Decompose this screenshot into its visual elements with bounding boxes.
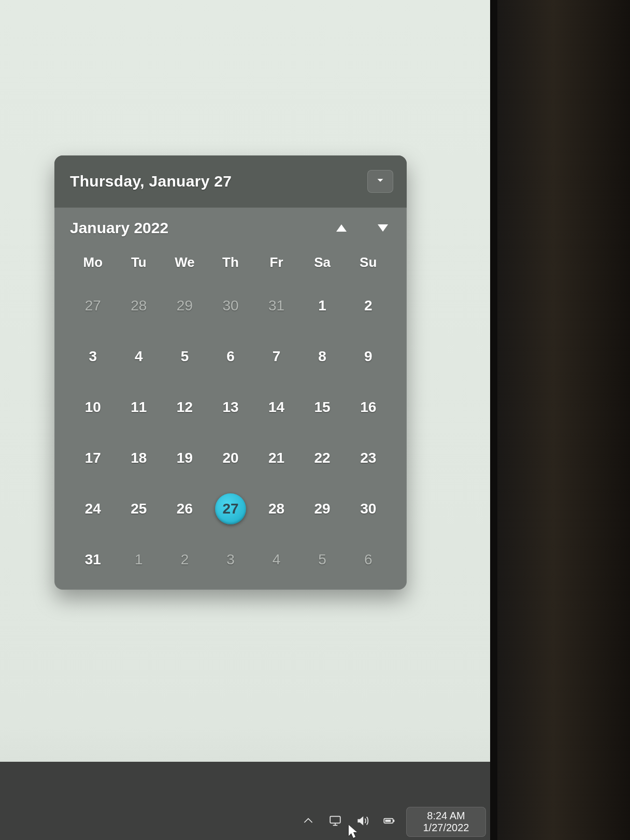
svg-rect-4 [393, 820, 394, 822]
calendar-day[interactable]: 13 [208, 392, 254, 423]
calendar-day[interactable]: 31 [253, 290, 299, 321]
calendar-day[interactable]: 3 [208, 544, 254, 575]
calendar-day[interactable]: 30 [208, 290, 254, 321]
battery-button[interactable] [379, 811, 399, 833]
calendar-day[interactable]: 29 [162, 290, 208, 321]
mouse-cursor-icon [348, 824, 359, 839]
day-of-week-header: Su [345, 254, 391, 270]
month-nav-row: January 2022 [70, 219, 391, 237]
calendar-day[interactable]: 1 [299, 290, 346, 321]
calendar-day[interactable]: 4 [253, 544, 299, 575]
calendar-day[interactable]: 31 [70, 544, 116, 575]
calendar-day[interactable]: 25 [116, 493, 162, 524]
day-of-week-header: Tu [116, 254, 162, 270]
collapse-button[interactable] [367, 170, 393, 193]
calendar-day[interactable]: 5 [299, 544, 346, 575]
monitor-icon [328, 814, 342, 830]
calendar-day[interactable]: 10 [70, 392, 116, 423]
day-of-week-header: Fr [253, 254, 299, 270]
tray-overflow-button[interactable] [298, 811, 318, 833]
today-date-label[interactable]: Thursday, January 27 [70, 173, 232, 190]
svg-rect-0 [330, 816, 340, 823]
calendar-day[interactable]: 11 [116, 392, 162, 423]
calendar-day[interactable]: 15 [299, 392, 346, 423]
calendar-day[interactable]: 26 [162, 493, 208, 524]
day-of-week-header: Th [208, 254, 254, 270]
day-of-week-header: Sa [299, 254, 346, 270]
calendar-day[interactable]: 8 [299, 341, 346, 372]
desktop-area: Thursday, January 27 January 2022 MoTuWe… [0, 0, 490, 840]
previous-month-button[interactable] [336, 224, 347, 232]
calendar-day-today[interactable]: 27 [215, 493, 246, 524]
calendar-day[interactable]: 22 [299, 443, 346, 474]
month-nav-group [336, 224, 391, 232]
calendar-day[interactable]: 4 [116, 341, 162, 372]
calendar-day[interactable]: 6 [345, 544, 391, 575]
calendar-day[interactable]: 20 [208, 443, 254, 474]
calendar-day[interactable]: 9 [345, 341, 391, 372]
calendar-day[interactable]: 21 [253, 443, 299, 474]
calendar-day[interactable]: 29 [299, 493, 346, 524]
calendar-day[interactable]: 30 [345, 493, 391, 524]
calendar-flyout: Thursday, January 27 January 2022 MoTuWe… [54, 155, 407, 590]
clock-time: 8:24 AM [427, 810, 465, 822]
calendar-grid: MoTuWeThFrSaSu27282930311234567891011121… [70, 254, 391, 575]
calendar-day[interactable]: 18 [116, 443, 162, 474]
day-of-week-header: We [162, 254, 208, 270]
next-month-button[interactable] [378, 224, 388, 232]
monitor-bezel [490, 0, 630, 840]
day-of-week-header: Mo [70, 254, 116, 270]
calendar-day[interactable]: 16 [345, 392, 391, 423]
chevron-up-icon [302, 814, 315, 830]
calendar-day[interactable]: 12 [162, 392, 208, 423]
calendar-day[interactable]: 28 [116, 290, 162, 321]
svg-rect-5 [385, 820, 391, 822]
network-button[interactable] [325, 811, 345, 833]
clock-date: 1/27/2022 [423, 822, 469, 834]
chevron-down-icon [375, 175, 386, 188]
calendar-day[interactable]: 23 [345, 443, 391, 474]
battery-icon [382, 814, 396, 830]
calendar-day[interactable]: 28 [253, 493, 299, 524]
calendar-day[interactable]: 27 [70, 290, 116, 321]
taskbar-clock[interactable]: 8:24 AM 1/27/2022 [406, 807, 486, 837]
flyout-header: Thursday, January 27 [54, 155, 407, 208]
calendar-day[interactable]: 19 [162, 443, 208, 474]
calendar-day[interactable]: 2 [345, 290, 391, 321]
calendar-day[interactable]: 1 [116, 544, 162, 575]
calendar-day[interactable]: 3 [70, 341, 116, 372]
calendar-day[interactable]: 24 [70, 493, 116, 524]
calendar-day[interactable]: 2 [162, 544, 208, 575]
month-year-label[interactable]: January 2022 [70, 219, 168, 237]
calendar-day[interactable]: 7 [253, 341, 299, 372]
calendar-day[interactable]: 17 [70, 443, 116, 474]
calendar-day[interactable]: 6 [208, 341, 254, 372]
taskbar: 8:24 AM 1/27/2022 [0, 804, 490, 840]
flyout-body: January 2022 MoTuWeThFrSaSu2728293031123… [54, 208, 407, 590]
calendar-day[interactable]: 5 [162, 341, 208, 372]
calendar-day[interactable]: 14 [253, 392, 299, 423]
